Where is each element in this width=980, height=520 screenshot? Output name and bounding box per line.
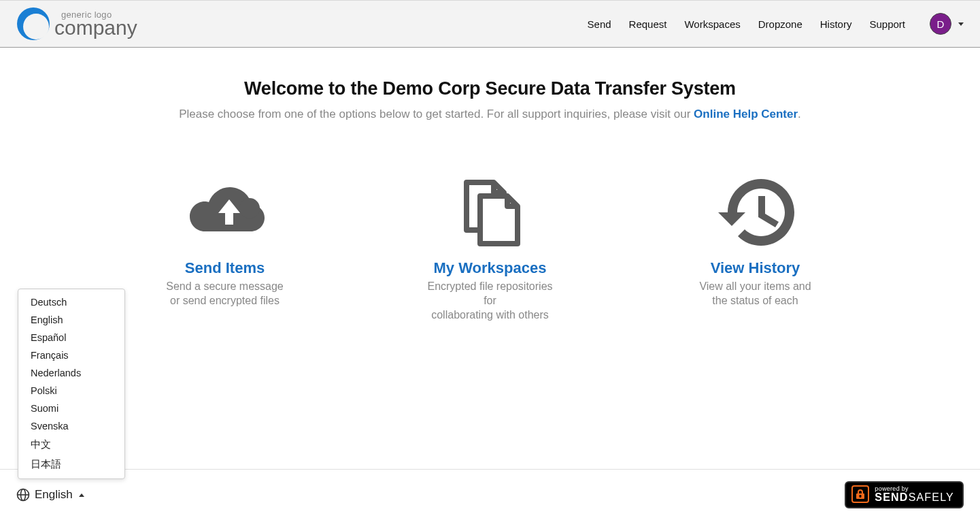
lock-icon (851, 485, 869, 503)
card-desc: Encrypted file repositories for collabor… (422, 280, 558, 322)
nav-history[interactable]: History (820, 18, 852, 30)
lang-option-francais[interactable]: Français (18, 346, 124, 364)
card-view-history[interactable]: View History View all your items and the… (688, 172, 824, 322)
card-title: Send Items (185, 259, 265, 277)
powered-text: powered by SENDSAFELY (875, 486, 954, 503)
history-icon (715, 172, 796, 247)
powered-brand: SENDSAFELY (875, 492, 954, 503)
lang-option-svenska[interactable]: Svenska (18, 417, 124, 435)
powered-by-badge[interactable]: powered by SENDSAFELY (845, 481, 964, 508)
action-cards: Send Items Send a secure message or send… (0, 172, 980, 322)
language-menu: Deutsch English Español Français Nederla… (18, 289, 125, 479)
lang-option-chinese[interactable]: 中文 (18, 435, 124, 455)
lang-option-nederlands[interactable]: Nederlands (18, 364, 124, 382)
lang-option-english[interactable]: English (18, 311, 124, 329)
lang-option-suomi[interactable]: Suomi (18, 400, 124, 417)
nav-dropzone[interactable]: Dropzone (758, 18, 802, 30)
lang-option-polski[interactable]: Polski (18, 382, 124, 400)
page-subtitle: Please choose from one of the options be… (0, 108, 980, 121)
nav-support[interactable]: Support (869, 18, 905, 30)
logo[interactable]: generic logo company (16, 7, 137, 41)
subtitle-prefix: Please choose from one of the options be… (179, 108, 694, 120)
card-title: View History (711, 259, 800, 277)
user-menu[interactable]: D (930, 13, 964, 35)
main-content: Welcome to the Demo Corp Secure Data Tra… (0, 48, 980, 322)
card-desc: View all your items and the status of ea… (699, 280, 811, 308)
page-title: Welcome to the Demo Corp Secure Data Tra… (0, 78, 980, 99)
svg-point-2 (239, 198, 260, 218)
svg-point-1 (23, 14, 49, 39)
card-my-workspaces[interactable]: My Workspaces Encrypted file repositorie… (422, 172, 558, 322)
card-desc: Send a secure message or send encrypted … (166, 280, 284, 308)
header: generic logo company Send Request Worksp… (0, 0, 980, 48)
chevron-down-icon (958, 22, 964, 26)
nav-request[interactable]: Request (629, 18, 667, 30)
help-center-link[interactable]: Online Help Center (694, 108, 798, 120)
language-selector[interactable]: English (16, 488, 84, 502)
logo-text-bottom: company (54, 18, 137, 37)
avatar: D (930, 13, 951, 35)
card-title: My Workspaces (434, 259, 547, 277)
current-language: English (35, 488, 73, 502)
card-send-items[interactable]: Send Items Send a secure message or send… (157, 172, 293, 322)
lang-option-deutsch[interactable]: Deutsch (18, 293, 124, 311)
logo-text: generic logo company (54, 11, 137, 37)
lang-option-espanol[interactable]: Español (18, 329, 124, 346)
globe-icon (16, 488, 30, 502)
cloud-upload-icon (178, 172, 273, 247)
main-nav: Send Request Workspaces Dropzone History… (588, 13, 964, 35)
lang-option-japanese[interactable]: 日本語 (18, 455, 124, 474)
nav-send[interactable]: Send (588, 18, 611, 30)
nav-workspaces[interactable]: Workspaces (684, 18, 740, 30)
files-icon (453, 172, 528, 247)
svg-rect-7 (860, 495, 862, 498)
subtitle-suffix: . (798, 108, 801, 120)
logo-icon (16, 7, 50, 41)
footer: English powered by SENDSAFELY (0, 469, 980, 520)
chevron-up-icon (79, 493, 84, 497)
